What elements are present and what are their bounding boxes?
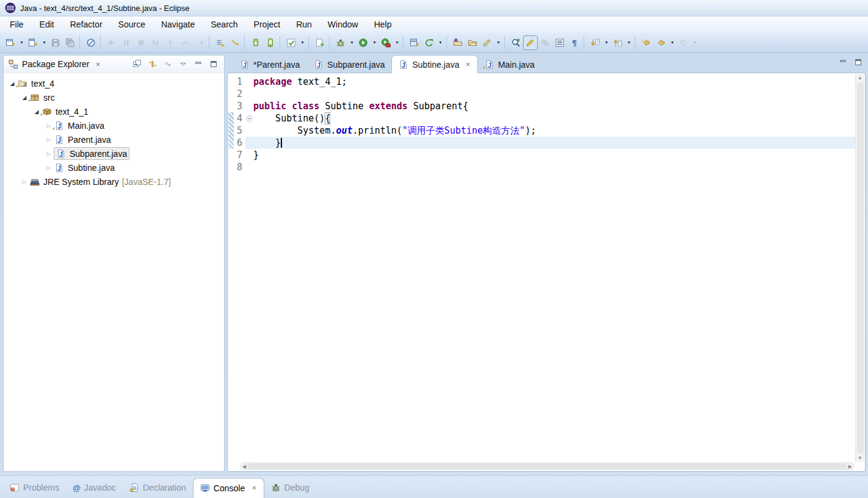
resume-button[interactable] <box>104 35 119 50</box>
code-line[interactable]: 5 System.out.println("调用子类Subtine构造方法"); <box>228 125 855 137</box>
scroll-up-icon[interactable]: ▲ <box>858 75 863 81</box>
prev-annotation-button[interactable] <box>610 35 625 50</box>
run-dropdown[interactable]: ▾ <box>371 35 378 50</box>
code-line-body[interactable]: public class Subtine extends Subparent{ <box>245 100 855 112</box>
link-with-editor-button[interactable] <box>147 59 158 70</box>
code-line-body[interactable]: package text_4_1; <box>245 76 855 88</box>
disconnect-button[interactable] <box>148 35 163 50</box>
prev-annotation-dropdown[interactable]: ▾ <box>625 35 633 50</box>
menu-source[interactable]: Source <box>110 18 153 31</box>
line-number[interactable]: 1 <box>228 76 245 88</box>
menu-edit[interactable]: Edit <box>32 18 62 31</box>
line-number[interactable]: 8 <box>228 161 245 173</box>
maximize-button[interactable] <box>854 58 864 68</box>
android-sdk-button[interactable] <box>263 35 278 50</box>
code-line[interactable]: 6 } <box>228 137 855 149</box>
code-line[interactable]: 7} <box>228 149 855 161</box>
skip-breakpoints-button[interactable] <box>84 35 98 50</box>
menu-refactor[interactable]: Refactor <box>62 18 110 31</box>
new-file-dropdown[interactable]: ▾ <box>18 35 26 50</box>
menu-navigate[interactable]: Navigate <box>153 18 203 31</box>
collapse-all-button[interactable] <box>132 59 143 70</box>
view-tab-declaration[interactable]: Declaration <box>123 476 193 498</box>
run-external-dropdown[interactable]: ▾ <box>393 35 401 50</box>
minimize-button[interactable] <box>193 59 204 70</box>
new-project-button[interactable] <box>407 35 422 50</box>
vertical-scrollbar[interactable]: ▲ ▼ <box>855 74 864 462</box>
code-line[interactable]: 8 <box>228 161 855 173</box>
tree-item-main-java[interactable]: ▷JMain.java <box>4 118 224 132</box>
code-line-body[interactable]: System.out.println("调用子类Subtine构造方法"); <box>245 125 855 137</box>
debug-button[interactable] <box>333 35 348 50</box>
line-number[interactable]: 2 <box>228 88 245 100</box>
menu-help[interactable]: Help <box>366 18 400 31</box>
chevron-collapsed-icon[interactable]: ▷ <box>44 137 54 143</box>
close-icon[interactable]: ✕ <box>96 61 101 68</box>
code-line[interactable]: 2 <box>228 88 855 100</box>
back-dropdown[interactable]: ▾ <box>668 35 676 50</box>
forward-button[interactable] <box>676 35 691 50</box>
menu-run[interactable]: Run <box>288 18 320 31</box>
scroll-left-icon[interactable]: ◀ <box>242 464 246 469</box>
line-number[interactable]: 3 <box>228 100 245 112</box>
step-over-button[interactable] <box>178 35 192 50</box>
code-line-body[interactable]: } <box>245 149 855 161</box>
new-class-dropdown[interactable]: ▾ <box>40 35 48 50</box>
last-edit-location-button[interactable] <box>639 35 654 50</box>
annotate-button[interactable] <box>480 35 494 50</box>
close-icon[interactable]: ✕ <box>466 61 471 68</box>
code-viewport[interactable]: 1package text_4_1;23public class Subtine… <box>228 74 855 462</box>
view-tab-debug[interactable]: Debug <box>264 476 316 498</box>
tree-item-subparent-java[interactable]: ▷JSubparent.java <box>4 146 224 161</box>
maximize-button[interactable] <box>208 59 219 70</box>
tree-item-subtine-java[interactable]: ▷JSubtine.java <box>4 161 224 175</box>
code-line[interactable]: 3public class Subtine extends Subparent{ <box>228 100 855 112</box>
scroll-down-icon[interactable]: ▼ <box>858 455 863 461</box>
editor-tab-subtine-java[interactable]: JSubtine.java✕ <box>391 55 477 73</box>
menu-file[interactable]: File <box>2 18 32 31</box>
tree-item-parent-java[interactable]: ▷JParent.java <box>4 132 224 146</box>
next-annotation-button[interactable] <box>588 35 602 50</box>
editor-tab-subparent-java[interactable]: JSubparent.java <box>306 56 391 73</box>
stop-button[interactable] <box>134 35 148 50</box>
new-class-button[interactable] <box>26 35 40 50</box>
show-source-button[interactable] <box>552 35 567 50</box>
fold-collapse-icon[interactable] <box>245 112 253 125</box>
run-button[interactable] <box>356 35 371 50</box>
focus-button[interactable] <box>162 59 173 70</box>
view-tab-javadoc[interactable]: @Javadoc <box>66 476 123 498</box>
debug-dropdown[interactable]: ▾ <box>348 35 356 50</box>
back-button[interactable] <box>654 35 668 50</box>
menu-search[interactable]: Search <box>203 18 245 31</box>
code-line[interactable]: 1package text_4_1; <box>228 76 855 88</box>
verify-build-button[interactable] <box>284 35 298 50</box>
mark-occurrences-button[interactable] <box>523 35 538 50</box>
code-line-body[interactable] <box>245 88 855 100</box>
view-tab-problems[interactable]: Problems <box>3 476 66 498</box>
verify-build-dropdown[interactable]: ▾ <box>298 35 306 50</box>
menu-window[interactable]: Window <box>320 18 366 31</box>
editor-tab--parent-java[interactable]: J*Parent.java <box>233 56 306 73</box>
tree-item-text-4-1[interactable]: ◢text_4_1 <box>4 104 224 118</box>
scrollbar-thumb[interactable] <box>857 82 864 453</box>
open-type-button[interactable] <box>450 35 465 50</box>
save-button[interactable] <box>48 35 63 50</box>
close-icon[interactable]: ✕ <box>251 485 256 491</box>
current-line[interactable]: } <box>245 137 855 149</box>
next-annotation-dropdown[interactable]: ▾ <box>602 35 610 50</box>
new-wizard-button[interactable] <box>313 35 327 50</box>
step-into-button[interactable] <box>163 35 178 50</box>
tree-item-src[interactable]: ◢src <box>4 90 224 104</box>
run-history-button[interactable] <box>213 35 228 50</box>
new-file-button[interactable] <box>3 35 18 50</box>
code-line-body[interactable] <box>245 161 855 173</box>
scrollbar-thumb[interactable] <box>248 463 847 469</box>
code-line-body[interactable]: Subtine(){ <box>245 112 855 125</box>
pause-button[interactable] <box>119 35 134 50</box>
editor-tab-main-java[interactable]: JMain.java <box>478 56 541 73</box>
run-flow-button[interactable] <box>228 35 242 50</box>
code-line[interactable]: 4 Subtine(){ <box>228 112 855 125</box>
menu-project[interactable]: Project <box>246 18 289 31</box>
view-tab-console[interactable]: Console✕ <box>193 478 264 498</box>
run-external-button[interactable] <box>378 35 393 50</box>
